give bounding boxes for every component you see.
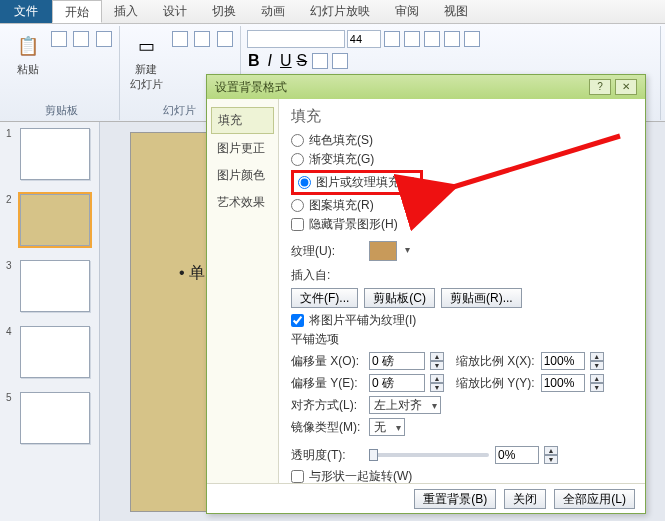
section-fill-title: 填充: [291, 107, 635, 126]
new-slide-icon: ▭: [132, 32, 160, 60]
opt-gradient-fill[interactable]: 渐变填充(G): [291, 151, 635, 168]
offset-x-field[interactable]: [369, 352, 425, 370]
ribbon-group-clipboard: 📋 粘贴 剪贴板: [4, 26, 120, 120]
scale-y-field[interactable]: [541, 374, 585, 392]
highlight-box: 图片或纹理填充(P): [291, 170, 423, 195]
offset-x-label: 偏移量 X(O):: [291, 353, 363, 370]
slide-thumbnails[interactable]: 1 2 3 4 5: [0, 122, 100, 521]
bullets-icon[interactable]: [424, 31, 440, 47]
mirror-label: 镜像类型(M):: [291, 419, 363, 436]
group-label-clipboard: 剪贴板: [45, 103, 78, 120]
tab-view[interactable]: 视图: [432, 0, 481, 23]
format-painter-icon[interactable]: [96, 31, 112, 47]
paste-label: 粘贴: [17, 62, 39, 77]
thumb-4[interactable]: 4: [6, 326, 93, 378]
offset-y-field[interactable]: [369, 374, 425, 392]
new-slide-label: 新建 幻灯片: [130, 62, 163, 92]
dialog-titlebar[interactable]: 设置背景格式 ? ✕: [207, 75, 645, 99]
tile-options-label: 平铺选项: [291, 331, 635, 348]
strike-icon[interactable]: S: [295, 52, 309, 70]
shadow-icon[interactable]: [312, 53, 328, 69]
layout-icon[interactable]: [172, 31, 188, 47]
bullet-text: • 单: [179, 263, 205, 284]
align-select[interactable]: 左上对齐: [369, 396, 441, 414]
thumb-2[interactable]: 2: [6, 194, 93, 246]
indent-icon[interactable]: [464, 31, 480, 47]
mirror-select[interactable]: 无: [369, 418, 405, 436]
texture-label: 纹理(U):: [291, 243, 363, 260]
scale-x-field[interactable]: [541, 352, 585, 370]
transparency-field[interactable]: [495, 446, 539, 464]
font-name-combo[interactable]: [247, 30, 345, 48]
group-label-slides: 幻灯片: [163, 103, 196, 120]
tab-insert[interactable]: 插入: [102, 0, 151, 23]
dialog-title-text: 设置背景格式: [215, 79, 287, 96]
opt-solid-fill[interactable]: 纯色填充(S): [291, 132, 635, 149]
sidebar-item-picture-correction[interactable]: 图片更正: [211, 136, 274, 161]
new-slide-button[interactable]: ▭ 新建 幻灯片: [126, 30, 167, 94]
current-slide: • 单: [130, 132, 210, 512]
align-label: 对齐方式(L):: [291, 397, 363, 414]
dialog-content: 填充 纯色填充(S) 渐变填充(G) 图片或纹理填充(P) 图案填充(R) 隐藏…: [279, 99, 645, 483]
font-size-combo[interactable]: [347, 30, 381, 48]
tab-design[interactable]: 设计: [151, 0, 200, 23]
reset-icon[interactable]: [194, 31, 210, 47]
tab-home[interactable]: 开始: [52, 0, 102, 23]
help-button[interactable]: ?: [589, 79, 611, 95]
opt-picture-texture-fill[interactable]: 图片或纹理填充(P): [298, 174, 416, 191]
reset-background-button[interactable]: 重置背景(B): [414, 489, 496, 509]
bold-icon[interactable]: B: [247, 52, 261, 70]
insert-from-label: 插入自:: [291, 267, 635, 284]
dialog-sidebar: 填充 图片更正 图片颜色 艺术效果: [207, 99, 279, 483]
numbering-icon[interactable]: [444, 31, 460, 47]
tab-review[interactable]: 审阅: [383, 0, 432, 23]
tab-slideshow[interactable]: 幻灯片放映: [298, 0, 383, 23]
thumb-5[interactable]: 5: [6, 392, 93, 444]
apply-all-button[interactable]: 全部应用(L): [554, 489, 635, 509]
transparency-label: 透明度(T):: [291, 447, 363, 464]
close-button[interactable]: 关闭: [504, 489, 546, 509]
underline-icon[interactable]: U: [279, 52, 293, 70]
scale-x-label: 缩放比例 X(X):: [456, 353, 535, 370]
cut-icon[interactable]: [51, 31, 67, 47]
rotate-with-shape-checkbox[interactable]: 与形状一起旋转(W): [291, 468, 635, 483]
dialog-footer: 重置背景(B) 关闭 全部应用(L): [207, 483, 645, 513]
opt-pattern-fill[interactable]: 图案填充(R): [291, 197, 635, 214]
file-button[interactable]: 文件(F)...: [291, 288, 358, 308]
offset-y-label: 偏移量 Y(E):: [291, 375, 363, 392]
tab-animation[interactable]: 动画: [249, 0, 298, 23]
slider-thumb[interactable]: [369, 449, 378, 461]
clipboard-icon: 📋: [14, 32, 42, 60]
thumb-1[interactable]: 1: [6, 128, 93, 180]
slides-small-buttons: [171, 30, 234, 52]
format-background-dialog: 设置背景格式 ? ✕ 填充 图片更正 图片颜色 艺术效果 填充 纯色填充(S) …: [206, 74, 646, 514]
scale-y-label: 缩放比例 Y(Y):: [456, 375, 535, 392]
spacing-icon[interactable]: [332, 53, 348, 69]
clipboard-small-buttons: [50, 30, 113, 52]
menu-tabs: 文件 开始 插入 设计 切换 动画 幻灯片放映 审阅 视图: [0, 0, 665, 24]
tile-checkbox[interactable]: 将图片平铺为纹理(I): [291, 312, 635, 329]
tab-file[interactable]: 文件: [0, 0, 52, 23]
spin-up[interactable]: ▲: [430, 352, 444, 361]
paste-button[interactable]: 📋 粘贴: [10, 30, 46, 79]
sidebar-item-picture-color[interactable]: 图片颜色: [211, 163, 274, 188]
clipboard-button[interactable]: 剪贴板(C): [364, 288, 435, 308]
sidebar-item-fill[interactable]: 填充: [211, 107, 274, 134]
transparency-slider[interactable]: [369, 453, 489, 457]
thumb-3[interactable]: 3: [6, 260, 93, 312]
copy-icon[interactable]: [73, 31, 89, 47]
sidebar-item-artistic[interactable]: 艺术效果: [211, 190, 274, 215]
opt-hide-bg-graphics[interactable]: 隐藏背景图形(H): [291, 216, 635, 233]
spin-down[interactable]: ▼: [430, 361, 444, 370]
close-icon[interactable]: ✕: [615, 79, 637, 95]
italic-icon[interactable]: I: [263, 52, 277, 70]
clipart-button[interactable]: 剪贴画(R)...: [441, 288, 522, 308]
section-icon[interactable]: [217, 31, 233, 47]
decrease-font-icon[interactable]: [404, 31, 420, 47]
texture-picker[interactable]: [369, 241, 397, 261]
tab-transition[interactable]: 切换: [200, 0, 249, 23]
increase-font-icon[interactable]: [384, 31, 400, 47]
